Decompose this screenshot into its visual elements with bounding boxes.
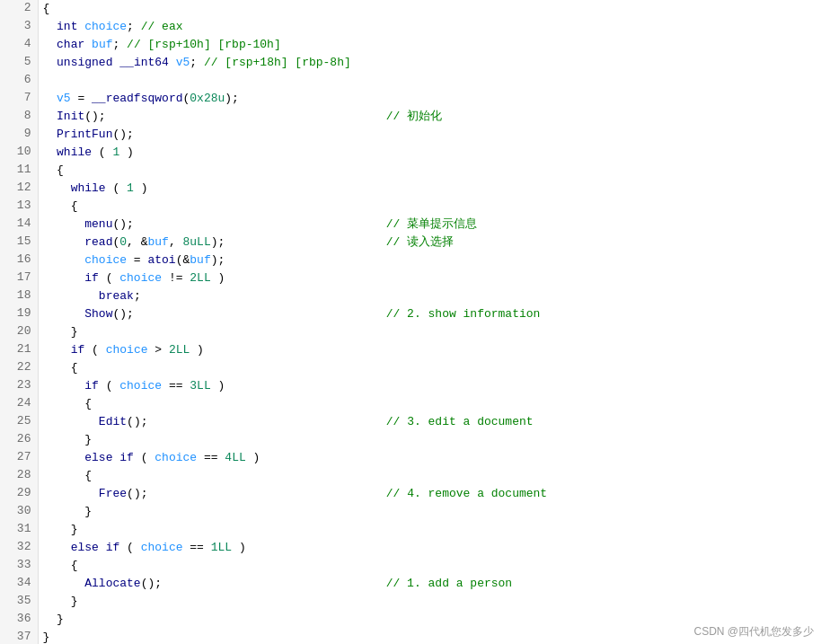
line-content: } — [39, 521, 821, 539]
line-content: choice = atoi(&buf); — [39, 251, 821, 269]
watermark: CSDN @四代机您发多少 — [693, 624, 814, 640]
line-content — [39, 72, 821, 90]
line-number: 4 — [0, 36, 39, 54]
line-content: char buf; // [rsp+10h] [rbp-10h] — [39, 36, 821, 54]
table-row: 30 } — [0, 503, 821, 521]
line-content: if ( choice != 2LL ) — [39, 269, 821, 287]
line-content: else if ( choice == 4LL ) — [39, 449, 821, 467]
line-content: { — [39, 198, 821, 216]
line-content: PrintFun(); — [39, 126, 821, 144]
line-number: 3 — [0, 18, 39, 36]
line-number: 2 — [0, 0, 39, 18]
table-row: 17 if ( choice != 2LL ) — [0, 269, 821, 287]
line-content: else if ( choice == 1LL ) — [39, 539, 821, 557]
line-number: 33 — [0, 557, 39, 575]
line-number: 30 — [0, 503, 39, 521]
table-row: 22 { — [0, 359, 821, 377]
line-content: break; — [39, 287, 821, 305]
line-number: 18 — [0, 287, 39, 305]
table-row: 31 } — [0, 521, 821, 539]
line-number: 22 — [0, 359, 39, 377]
line-number: 15 — [0, 234, 39, 251]
line-content: } — [39, 323, 821, 341]
code-container: 2 { 3 int choice; // eax 4 char buf; // … — [0, 0, 821, 644]
line-content: } — [39, 503, 821, 521]
table-row: 14 menu(); // 菜单提示信息 — [0, 216, 821, 234]
line-number: 11 — [0, 162, 39, 180]
line-content: Allocate(); // 1. add a person — [39, 575, 821, 593]
line-content: while ( 1 ) — [39, 180, 821, 198]
line-number: 25 — [0, 413, 39, 431]
line-number: 10 — [0, 144, 39, 162]
table-row: 20 } — [0, 323, 821, 341]
table-row: 3 int choice; // eax — [0, 18, 821, 36]
table-row: 35 } — [0, 593, 821, 611]
line-content: v5 = __readfsqword(0x28u); — [39, 90, 821, 108]
line-content: { — [39, 395, 821, 413]
line-content: { — [39, 0, 821, 18]
line-number: 32 — [0, 539, 39, 557]
table-row: 16 choice = atoi(&buf); — [0, 251, 821, 269]
table-row: 10 while ( 1 ) — [0, 144, 821, 162]
line-number: 14 — [0, 216, 39, 234]
line-content: read(0, &buf, 8uLL); // 读入选择 — [39, 234, 821, 251]
line-content: Edit(); // 3. edit a document — [39, 413, 821, 431]
line-number: 16 — [0, 251, 39, 269]
line-number: 19 — [0, 305, 39, 323]
line-number: 5 — [0, 54, 39, 72]
table-row: 33 { — [0, 557, 821, 575]
table-row: 11 { — [0, 162, 821, 180]
table-row: 34 Allocate(); // 1. add a person — [0, 575, 821, 593]
line-number: 6 — [0, 72, 39, 90]
table-row: 24 { — [0, 395, 821, 413]
line-number: 31 — [0, 521, 39, 539]
line-content: { — [39, 359, 821, 377]
line-number: 35 — [0, 593, 39, 611]
line-number: 36 — [0, 611, 39, 629]
table-row: 15 read(0, &buf, 8uLL); // 读入选择 — [0, 234, 821, 251]
table-row: 8 Init(); // 初始化 — [0, 108, 821, 126]
table-row: 32 else if ( choice == 1LL ) — [0, 539, 821, 557]
line-content: menu(); // 菜单提示信息 — [39, 216, 821, 234]
line-content: } — [39, 431, 821, 449]
table-row: 13 { — [0, 198, 821, 216]
line-content: unsigned __int64 v5; // [rsp+18h] [rbp-8… — [39, 54, 821, 72]
line-number: 23 — [0, 377, 39, 395]
line-number: 27 — [0, 449, 39, 467]
table-row: 21 if ( choice > 2LL ) — [0, 341, 821, 359]
line-number: 28 — [0, 467, 39, 485]
line-content: { — [39, 557, 821, 575]
line-number: 29 — [0, 485, 39, 503]
line-number: 17 — [0, 269, 39, 287]
table-row: 26 } — [0, 431, 821, 449]
table-row: 6 — [0, 72, 821, 90]
table-row: 29 Free(); // 4. remove a document — [0, 485, 821, 503]
line-number: 9 — [0, 126, 39, 144]
line-content: if ( choice > 2LL ) — [39, 341, 821, 359]
line-content: } — [39, 593, 821, 611]
line-number: 26 — [0, 431, 39, 449]
table-row: 2 { — [0, 0, 821, 18]
table-row: 7 v5 = __readfsqword(0x28u); — [0, 90, 821, 108]
table-row: 4 char buf; // [rsp+10h] [rbp-10h] — [0, 36, 821, 54]
table-row: 19 Show(); // 2. show information — [0, 305, 821, 323]
line-content: if ( choice == 3LL ) — [39, 377, 821, 395]
table-row: 27 else if ( choice == 4LL ) — [0, 449, 821, 467]
line-number: 34 — [0, 575, 39, 593]
line-number: 37 — [0, 629, 39, 644]
table-row: 25 Edit(); // 3. edit a document — [0, 413, 821, 431]
line-content: Init(); // 初始化 — [39, 108, 821, 126]
line-number: 12 — [0, 180, 39, 198]
line-content: { — [39, 467, 821, 485]
code-table: 2 { 3 int choice; // eax 4 char buf; // … — [0, 0, 821, 644]
line-content: Show(); // 2. show information — [39, 305, 821, 323]
line-number: 7 — [0, 90, 39, 108]
line-number: 13 — [0, 198, 39, 216]
table-row: 12 while ( 1 ) — [0, 180, 821, 198]
line-number: 8 — [0, 108, 39, 126]
table-row: 9 PrintFun(); — [0, 126, 821, 144]
line-content: { — [39, 162, 821, 180]
table-row: 23 if ( choice == 3LL ) — [0, 377, 821, 395]
line-content: Free(); // 4. remove a document — [39, 485, 821, 503]
line-content: while ( 1 ) — [39, 144, 821, 162]
